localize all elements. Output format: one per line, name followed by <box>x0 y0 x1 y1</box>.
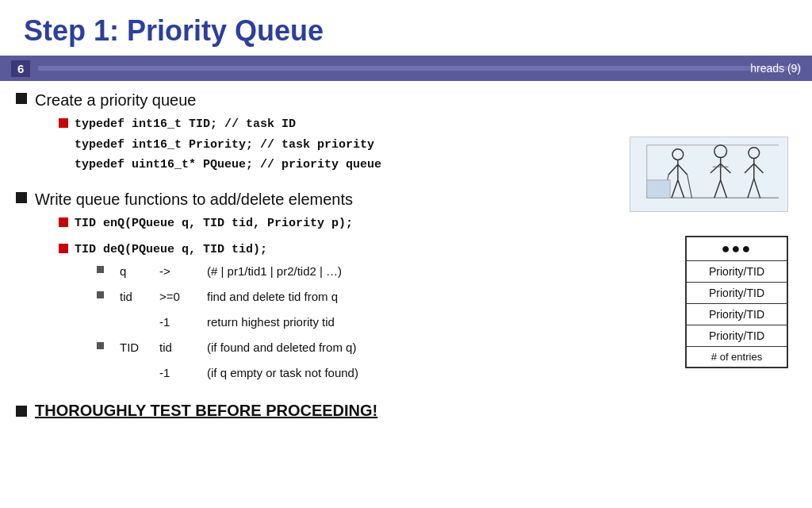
param-icon-q <box>97 266 104 273</box>
param-tid: tid >=0 find and delete tid from q <box>97 287 362 306</box>
bullet-2-sub-2: TID deQ(PQueue q, TID tid); q -> (# | p <box>59 240 362 389</box>
main-content: Create a priority queue typedef int16_t … <box>0 81 812 434</box>
content-area: Create a priority queue typedef int16_t … <box>16 89 630 426</box>
param-name-TID: TID <box>117 338 156 357</box>
param-table-q: q -> (# | pr1/tid1 | pr2/tid2 | …) <box>110 262 345 281</box>
param-neg1-b: -1 (if q empty or task not found) <box>97 364 362 383</box>
param-q: q -> (# | pr1/tid1 | pr2/tid2 | …) <box>97 262 362 281</box>
bullet-icon-3 <box>16 406 27 417</box>
param-op-neg1b: -1 <box>156 364 204 383</box>
table-cell-4: Priority/TID <box>686 325 787 347</box>
thoroughly-text: THOROUGHLY TEST BEFORE PROCEEDING! <box>35 402 377 420</box>
table-dots-row: ●●● <box>686 237 787 261</box>
table-row-4: Priority/TID <box>686 325 787 347</box>
param-table-tid: tid >=0 find and delete tid from q <box>110 287 341 306</box>
table-row-3: Priority/TID <box>686 304 787 325</box>
param-op-q: -> <box>156 262 204 281</box>
slide-bar: 6 hreads (9) <box>0 56 812 81</box>
param-desc-neg1b: (if q empty or task not found) <box>204 364 362 383</box>
param-neg1-a: -1 return highest priority tid <box>97 313 362 332</box>
bullet-1-sub-1: typedef int16_t TID; // task ID typedef … <box>59 114 381 175</box>
table-entries-row: # of entries <box>686 347 787 368</box>
bullet-icon-1 <box>16 93 27 104</box>
bullet-red-icon-1 <box>59 118 68 128</box>
param-op-TID: tid <box>156 338 204 357</box>
param-table-TID: TID tid (if found and deleted from q) <box>110 338 359 357</box>
table-row-1: Priority/TID <box>686 261 787 283</box>
right-panel: ●●● Priority/TID Priority/TID Priority/T… <box>630 89 788 426</box>
param-desc-q: (# | pr1/tid1 | pr2/tid2 | …) <box>204 262 345 281</box>
svg-rect-25 <box>647 180 670 198</box>
enq-text: TID enQ(PQueue q, TID tid, Priority p); <box>75 214 353 234</box>
param-table-neg1a: -1 return highest priority tid <box>110 313 338 332</box>
deq-content: TID deQ(PQueue q, TID tid); q -> (# | p <box>75 240 362 389</box>
table-dots: ●●● <box>686 237 787 261</box>
bullet-2-sub-list: TID enQ(PQueue q, TID tid, Priority p); … <box>35 214 362 389</box>
deq-text: TID deQ(PQueue q, TID tid); <box>75 243 267 256</box>
param-table-neg1b: -1 (if q empty or task not found) <box>110 364 362 383</box>
bullet-2-content: Write queue functions to add/delete elem… <box>35 188 362 395</box>
param-name-q: q <box>117 262 156 281</box>
bullet-red-icon-2 <box>59 217 68 227</box>
bullet-item-1: Create a priority queue typedef int16_t … <box>16 89 614 182</box>
param-icon-TID <box>97 342 104 349</box>
param-desc-TID: (if found and deleted from q) <box>204 338 359 357</box>
page-title: Step 1: Priority Queue <box>24 14 788 48</box>
table-cell-2: Priority/TID <box>686 283 787 304</box>
table-row-2: Priority/TID <box>686 283 787 304</box>
slide-number: 6 <box>11 60 30 77</box>
pqueue-table: ●●● Priority/TID Priority/TID Priority/T… <box>685 236 788 368</box>
slide-bar-threads: hreads (9) <box>750 62 801 75</box>
param-desc-tid: find and delete tid from q <box>204 287 341 306</box>
param-icon-tid <box>97 291 104 298</box>
bullet-icon-2 <box>16 192 27 203</box>
code-line-2: typedef int16_t Priority; // task priori… <box>75 135 381 156</box>
bullet-item-2: Write queue functions to add/delete elem… <box>16 188 614 395</box>
param-TID: TID tid (if found and deleted from q) <box>97 338 362 357</box>
param-name-tid: tid <box>117 287 156 306</box>
bullet-2-text: Write queue functions to add/delete elem… <box>35 190 353 208</box>
table-entries: # of entries <box>686 347 787 368</box>
main-bullet-list: Create a priority queue typedef int16_t … <box>16 89 614 420</box>
code-line-3: typedef uint16_t* PQueue; // priority qu… <box>75 155 381 175</box>
bullet-1-text: Create a priority queue <box>35 91 196 109</box>
code-line-1: typedef int16_t TID; // task ID <box>75 114 381 135</box>
param-op-neg1a: -1 <box>156 313 204 332</box>
svg-rect-0 <box>631 137 787 211</box>
table-cell-1: Priority/TID <box>686 261 787 283</box>
table-cell-3: Priority/TID <box>686 304 787 325</box>
bullet-1-sub-list: typedef int16_t TID; // task ID typedef … <box>35 114 381 175</box>
bullet-item-3: THOROUGHLY TEST BEFORE PROCEEDING! <box>16 402 614 420</box>
illustration <box>630 137 788 212</box>
header: Step 1: Priority Queue <box>0 0 812 56</box>
bullet-red-icon-3 <box>59 244 68 253</box>
param-op-tid: >=0 <box>156 287 204 306</box>
param-list: q -> (# | pr1/tid1 | pr2/tid2 | …) <box>75 262 362 383</box>
param-name-neg1a <box>117 313 156 332</box>
param-desc-neg1a: return highest priority tid <box>204 313 338 332</box>
bullet-1-sub-code: typedef int16_t TID; // task ID typedef … <box>75 114 381 175</box>
bullet-2-sub-1: TID enQ(PQueue q, TID tid, Priority p); <box>59 214 362 234</box>
illustration-svg <box>630 137 787 211</box>
bullet-1-content: Create a priority queue typedef int16_t … <box>35 89 381 182</box>
param-name-neg1b <box>117 364 156 383</box>
